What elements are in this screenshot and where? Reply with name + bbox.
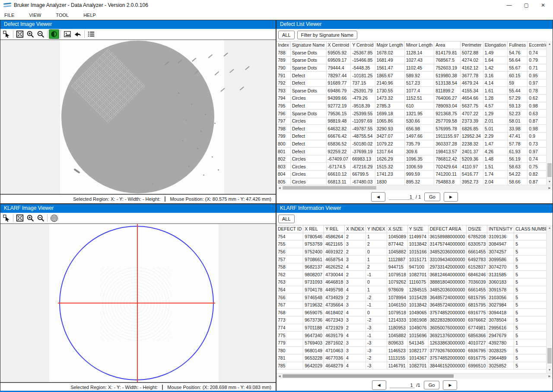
wafer-image-area[interactable] xyxy=(60,40,224,194)
column-header[interactable]: X SIZE xyxy=(387,225,407,233)
table-row[interactable]: 7649704178449579841978609128451534852036… xyxy=(276,286,546,294)
fit-view-icon[interactable] xyxy=(15,213,25,223)
filter-by-signature-button[interactable]: Filter by Signature Name xyxy=(297,31,358,39)
table-row[interactable]: 801Defect92259.22-37699.191317.64309.619… xyxy=(276,148,546,155)
scroll-left-icon[interactable]: ◄ xyxy=(276,373,283,379)
zoom-out-icon[interactable] xyxy=(35,213,46,223)
scroll-thumb[interactable] xyxy=(547,348,552,364)
undo-icon[interactable] xyxy=(73,29,83,39)
table-row[interactable]: 805Circles66813.11-67480.031830895.32754… xyxy=(276,178,546,185)
scroll-up-icon[interactable]: ▲ xyxy=(547,225,553,231)
column-header[interactable]: Perimeter xyxy=(461,41,483,49)
table-row[interactable]: 780968014947104633-311465231082177377926… xyxy=(276,347,546,354)
wafer-grid-icon[interactable] xyxy=(49,213,59,223)
column-header[interactable]: DEFECT AREA xyxy=(428,225,467,233)
pointer-icon[interactable] xyxy=(1,29,12,39)
defect-list-horizontal-scrollbar[interactable]: ◄ ► xyxy=(276,185,553,190)
column-header[interactable]: Eccentricity xyxy=(528,41,546,49)
menu-view[interactable]: VIEW xyxy=(29,13,41,18)
column-header[interactable]: DEFECT ID xyxy=(276,225,303,233)
column-header[interactable]: Elongation xyxy=(483,41,508,49)
table-row[interactable]: 795Defect92772.19-9518.392785.3610789093… xyxy=(276,102,546,110)
table-row[interactable]: 798Defect64632.82-49787.553290.93656.985… xyxy=(276,125,546,133)
klarf-image-canvas[interactable] xyxy=(0,224,276,382)
column-header[interactable]: Y INDEX xyxy=(366,225,387,233)
klarf-info-horizontal-scrollbar[interactable]: ◄ ► xyxy=(276,373,553,379)
table-row[interactable]: 774970118847219292-311809531049076360500… xyxy=(276,324,546,332)
table-row[interactable]: 7589682137462625242944715947100297331420… xyxy=(276,263,546,271)
column-header[interactable]: Area xyxy=(434,41,461,49)
table-row[interactable]: 797Circles98819.48-11097.691065.86530.66… xyxy=(276,117,546,125)
scroll-right-icon[interactable]: ► xyxy=(547,373,553,379)
klarf-map-area[interactable] xyxy=(49,224,219,382)
column-header[interactable]: X Centroid xyxy=(326,41,351,49)
close-button[interactable]: ✕ xyxy=(541,2,545,8)
table-row[interactable]: 791Defect78297.44-10181.251865.67589.925… xyxy=(276,72,546,79)
scroll-right-icon[interactable]: ► xyxy=(547,185,553,190)
table-row[interactable]: 793Sparse Dots69486.79-25391.791730.5510… xyxy=(276,87,546,95)
menu-help[interactable]: HELP xyxy=(83,13,96,18)
scroll-down-icon[interactable]: ▼ xyxy=(547,367,553,373)
table-row[interactable]: 804Circles66610.1266799.51741.23999.5974… xyxy=(276,171,546,178)
prev-page-button[interactable]: ◀ xyxy=(371,192,385,202)
fit-view-icon[interactable] xyxy=(15,29,25,39)
go-page-button[interactable]: Go xyxy=(424,193,440,201)
zoom-in-icon[interactable] xyxy=(25,213,35,223)
column-header[interactable]: Index xyxy=(276,41,290,49)
wafer-image[interactable] xyxy=(61,41,214,193)
table-row[interactable]: 796Sparse Dots79536.15-25399.551699.1813… xyxy=(276,110,546,117)
minimize-button[interactable]: — xyxy=(507,2,512,8)
table-row[interactable]: 794Circles94399.66-479.261473.321152.517… xyxy=(276,95,546,102)
prev-page-button[interactable]: ◀ xyxy=(372,380,386,390)
table-row[interactable]: 781965322846770364-211131551014367375748… xyxy=(276,354,546,362)
table-row[interactable]: 7569752400469192220104588210151663485203… xyxy=(276,248,546,256)
table-row[interactable]: 767971963247356643-110461501013842364857… xyxy=(276,301,546,309)
menu-tool[interactable]: TOOL xyxy=(56,13,69,18)
column-header[interactable]: Y Centroid xyxy=(351,41,375,49)
table-row[interactable]: 7689659075461840240107951810490653757485… xyxy=(276,309,546,316)
pointer-icon[interactable] xyxy=(1,213,12,223)
table-row[interactable]: 802Circles-67409.0766983.131626.291096.3… xyxy=(276,155,546,163)
table-row[interactable]: 775964734046391794-110458821015696369213… xyxy=(276,332,546,339)
scroll-thumb[interactable] xyxy=(283,186,376,190)
column-header[interactable]: INTENSITY xyxy=(487,225,514,233)
image-icon[interactable] xyxy=(62,29,73,39)
table-row[interactable]: 773967373646723433-212143331081908382283… xyxy=(276,316,546,324)
table-row[interactable]: 799Defect66676.42-48755.543427.071497.66… xyxy=(276,133,546,140)
table-row[interactable]: 779576940328716023-380963354134512633863… xyxy=(276,339,546,347)
column-header[interactable]: X REL xyxy=(303,225,324,233)
table-row[interactable]: 7559753759462116532877442101384231475744… xyxy=(276,240,546,248)
defect-list-vertical-scrollbar[interactable]: ▲ ▼ xyxy=(546,41,553,185)
column-header[interactable]: Fullness xyxy=(508,41,528,49)
column-header[interactable]: Minor Length xyxy=(404,41,434,49)
table-row[interactable]: 7579708661465875431111288710151713310943… xyxy=(276,256,546,263)
column-header[interactable]: DSIZE xyxy=(467,225,487,233)
menu-file[interactable]: FILE xyxy=(4,13,14,18)
table-row[interactable]: 788Sparse Dots59505.92-25367.851678.0211… xyxy=(276,49,546,57)
go-page-button[interactable]: Go xyxy=(424,381,440,389)
zoom-out-icon[interactable] xyxy=(35,29,46,39)
table-row[interactable]: 7549780546458626421104508911499743615898… xyxy=(276,233,546,240)
page-number-input[interactable]: 1 xyxy=(390,383,415,388)
klarf-info-vertical-scrollbar[interactable]: ▲ ▼ xyxy=(546,225,553,373)
scroll-thumb[interactable] xyxy=(547,163,552,177)
table-row[interactable]: 762980820747300442-110795181082701368124… xyxy=(276,271,546,278)
next-page-button[interactable]: ▶ xyxy=(444,192,458,202)
zoom-in-icon[interactable] xyxy=(25,29,35,39)
column-header[interactable]: Y SIZE xyxy=(407,225,428,233)
maximize-button[interactable]: ▢ xyxy=(524,2,529,8)
column-header[interactable]: Major Length xyxy=(375,41,404,49)
column-header[interactable]: Y REL xyxy=(324,225,345,233)
all-filter-button[interactable]: ALL xyxy=(278,215,295,223)
column-header[interactable]: X INDEX xyxy=(345,225,366,233)
table-row[interactable]: 800Defect65836.52-50180.021079.22735.793… xyxy=(276,140,546,148)
defect-image-canvas[interactable] xyxy=(0,40,276,194)
page-number-input[interactable]: 1 xyxy=(389,194,414,200)
table-row[interactable]: 803Circles-67174.5-67216.291515.321006.5… xyxy=(276,163,546,171)
scroll-down-icon[interactable]: ▼ xyxy=(547,179,553,185)
all-filter-button[interactable]: ALL xyxy=(278,31,295,39)
table-row[interactable]: 789Sparse Dots69509.17-15466.851681.4910… xyxy=(276,57,546,64)
table-row[interactable]: 7639731093464681830107926211160753888180… xyxy=(276,278,546,286)
wafer-view-icon[interactable] xyxy=(49,29,59,39)
scroll-up-icon[interactable]: ▲ xyxy=(547,41,553,47)
